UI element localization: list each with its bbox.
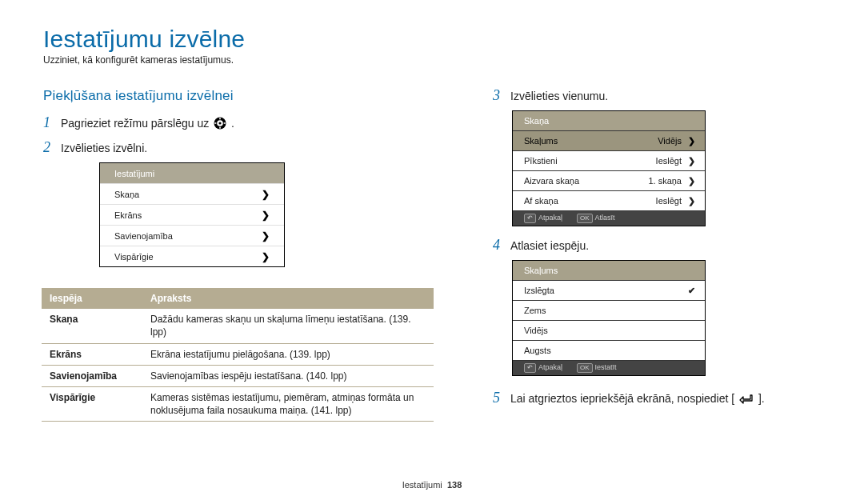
back-icon: ↶ [524, 214, 536, 223]
step-1: 1 Pagrieziet režīmu pārslēgu uz [43, 115, 434, 132]
sound-menu-header: Skaņa [513, 111, 705, 130]
svg-rect-2 [219, 127, 221, 129]
svg-rect-4 [224, 122, 226, 124]
step-4: 4 Atlasiet iespēju. [493, 238, 797, 252]
sound-menu-item[interactable]: Af skaņa Ieslēgt ❯ [513, 190, 705, 210]
chevron-right-icon: ❯ [262, 230, 270, 242]
volume-option[interactable]: Augsts [513, 340, 705, 360]
svg-rect-3 [214, 122, 216, 124]
sound-menu-item[interactable]: Aizvara skaņa 1. skaņa ❯ [513, 170, 705, 190]
svg-rect-1 [219, 118, 221, 119]
volume-options-header: Skaļums [513, 261, 705, 280]
chevron-right-icon: ❯ [262, 210, 270, 221]
chevron-right-icon: ❯ [262, 251, 270, 262]
options-table: Iespēja Apraksts Skaņa Dažādu kameras sk… [42, 288, 434, 422]
volume-options-panel: Skaļums Izslēgta ✔ Zems Vidējs Augsts ↶A… [512, 260, 706, 376]
page-title: Iestatījumu izvēlne [43, 26, 822, 53]
sound-menu-item[interactable]: Skaļums Vidējs ❯ [513, 130, 705, 150]
table-row: Vispārīgie Kameras sistēmas iestatījumu,… [42, 386, 434, 421]
sound-menu-item[interactable]: Pīkstieni Ieslēgt ❯ [513, 150, 705, 170]
panel-actions-bar: ↶Atpakaļ OKAtlasīt [513, 210, 705, 226]
volume-option[interactable]: Zems [513, 300, 705, 320]
settings-menu-item[interactable]: Vispārīgie ❯ [100, 246, 284, 266]
table-head-option: Iespēja [42, 289, 142, 309]
settings-menu-item[interactable]: Skaņa ❯ [100, 183, 284, 204]
settings-menu-item[interactable]: Savienojamība ❯ [100, 225, 284, 246]
settings-menu-panel: Iestatījumi Skaņa ❯ Ekrāns ❯ Savienojamī… [99, 162, 285, 267]
settings-menu-header: Iestatījumi [100, 163, 284, 183]
table-head-desc: Apraksts [142, 289, 434, 309]
volume-option[interactable]: Vidējs [513, 320, 705, 340]
panel-actions-bar: ↶Atpakaļ OKIestatīt [513, 360, 705, 375]
chevron-right-icon: ❯ [688, 196, 695, 206]
gear-icon [214, 117, 226, 132]
ok-button-icon: OK [577, 214, 593, 223]
chevron-right-icon: ❯ [262, 189, 270, 200]
section-subtitle: Piekļūšana iestatījumu izvēlnei [43, 88, 434, 104]
back-icon: ↶ [524, 363, 536, 373]
check-icon: ✔ [688, 286, 695, 296]
return-icon [739, 394, 754, 407]
chevron-right-icon: ❯ [688, 176, 695, 186]
chevron-right-icon: ❯ [688, 136, 695, 146]
chevron-right-icon: ❯ [688, 156, 695, 166]
step-5: 5 Lai atgrieztos iepriekšējā ekrānā, nos… [493, 390, 797, 407]
volume-option[interactable]: Izslēgta ✔ [513, 280, 705, 300]
step-2: 2 Izvēlieties izvēlni. [43, 140, 434, 154]
sound-menu-panel: Skaņa Skaļums Vidējs ❯ Pīkstieni Ieslēgt… [512, 110, 706, 226]
table-row: Skaņa Dažādu kameras skaņu un skaļuma lī… [42, 309, 434, 343]
table-row: Ekrāns Ekrāna iestatījumu pielāgošana. (… [42, 343, 434, 365]
step-3: 3 Izvēlieties vienumu. [493, 88, 797, 102]
table-row: Savienojamība Savienojamības iespēju ies… [42, 365, 434, 386]
settings-menu-item[interactable]: Ekrāns ❯ [100, 204, 284, 225]
page-intro: Uzziniet, kā konfigurēt kameras iestatīj… [43, 54, 822, 66]
page-footer: Iestatījumi 138 [0, 480, 864, 490]
ok-button-icon: OK [577, 363, 593, 373]
